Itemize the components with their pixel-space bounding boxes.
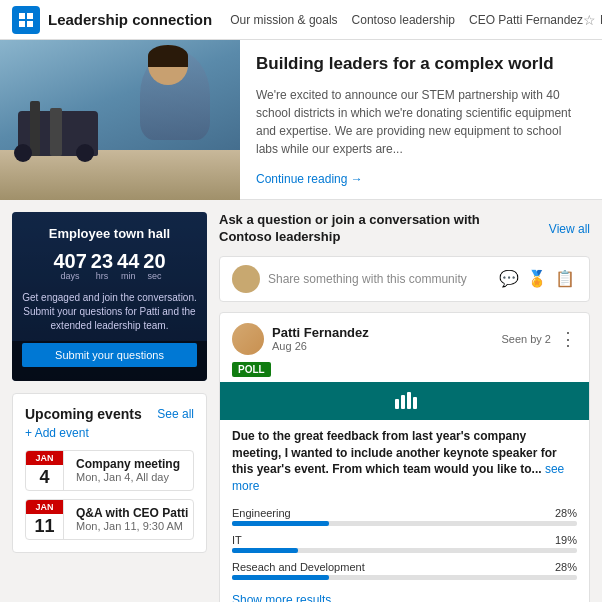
- hero-image: [0, 40, 240, 200]
- post-author-info: Patti Fernandez Aug 26: [272, 325, 493, 352]
- countdown-desc: Get engaged and join the conversation. S…: [22, 291, 197, 333]
- event-item[interactable]: JAN 4 Company meeting Mon, Jan 4, All da…: [25, 450, 194, 491]
- hero-title: Building leaders for a complex world: [256, 53, 586, 75]
- min-value: 44: [117, 251, 139, 271]
- poll-option-pct-2: 28%: [555, 561, 577, 573]
- countdown-hrs: 23 hrs: [91, 251, 113, 281]
- left-column: Employee town hall 407 days 23 hrs 44 mi…: [12, 212, 207, 553]
- header-nav: Our mission & goals Contoso leadership C…: [230, 13, 583, 27]
- days-label: days: [53, 271, 86, 281]
- nav-link-leadership[interactable]: Contoso leadership: [352, 13, 455, 27]
- countdown-sec: 20 sec: [143, 251, 165, 281]
- events-section: Upcoming events See all + Add event JAN …: [12, 393, 207, 553]
- header-title: Leadership connection: [48, 11, 212, 28]
- follow-button[interactable]: ☆ Not following: [583, 12, 602, 28]
- event-info-1: Company meeting Mon, Jan 4, All day: [72, 451, 184, 490]
- event-name-2: Q&A with CEO Patti: [76, 506, 188, 520]
- nav-link-ceo[interactable]: CEO Patti Fernandez: [469, 13, 583, 27]
- community-icons: 💬 🏅 📋: [497, 267, 577, 291]
- community-placeholder[interactable]: Share something with this community: [268, 272, 489, 286]
- poll-options: Engineering 28% IT 19% Reseach and Devel…: [220, 507, 589, 580]
- event-day-1: 4: [26, 465, 63, 490]
- show-more-results: Show more results: [220, 588, 589, 602]
- nav-link-mission[interactable]: Our mission & goals: [230, 13, 337, 27]
- community-post-box: Share something with this community 💬 🏅 …: [219, 256, 590, 302]
- poll-option-label-1: IT: [232, 534, 242, 546]
- post-date: Aug 26: [272, 340, 493, 352]
- countdown-card: Employee town hall 407 days 23 hrs 44 mi…: [12, 212, 207, 381]
- poll-bar-0: [232, 521, 329, 526]
- event-date-1: JAN 4: [26, 451, 64, 490]
- poll-question: Due to the great feedback from last year…: [220, 428, 589, 495]
- hrs-label: hrs: [91, 271, 113, 281]
- countdown-days: 407 days: [53, 251, 86, 281]
- event-item-2[interactable]: JAN 11 Q&A with CEO Patti Mon, Jan 11, 9…: [25, 499, 194, 540]
- header: Leadership connection Our mission & goal…: [0, 0, 602, 40]
- event-month-2: JAN: [26, 500, 63, 514]
- svg-rect-7: [413, 397, 417, 409]
- header-logo: [12, 6, 40, 34]
- event-time-1: Mon, Jan 4, All day: [76, 471, 180, 483]
- reward-icon[interactable]: 🏅: [525, 267, 549, 291]
- community-avatar: [232, 265, 260, 293]
- post-more-icon[interactable]: ⋮: [559, 328, 577, 350]
- submit-questions-button[interactable]: Submit your questions: [22, 343, 197, 367]
- add-event-button[interactable]: + Add event: [25, 426, 194, 440]
- poll-bar-bg-1: [232, 548, 577, 553]
- svg-rect-4: [395, 399, 399, 409]
- hero-content: Building leaders for a complex world We'…: [240, 40, 602, 199]
- svg-rect-0: [19, 13, 25, 19]
- svg-rect-2: [19, 21, 25, 27]
- poll-option-label-2: Reseach and Development: [232, 561, 365, 573]
- svg-rect-6: [407, 392, 411, 409]
- sec-value: 20: [143, 251, 165, 271]
- countdown-min: 44 min: [117, 251, 139, 281]
- countdown-numbers: 407 days 23 hrs 44 min 20 sec: [22, 251, 197, 281]
- poll-option-pct-1: 19%: [555, 534, 577, 546]
- poll-bar-1: [232, 548, 298, 553]
- event-time-2: Mon, Jan 11, 9:30 AM: [76, 520, 188, 532]
- poll-badge: POLL: [232, 362, 271, 377]
- sec-label: sec: [143, 271, 165, 281]
- event-name-1: Company meeting: [76, 457, 180, 471]
- poll-option-2: Reseach and Development 28%: [232, 561, 577, 580]
- post-card: Patti Fernandez Aug 26 Seen by 2 ⋮ POLL: [219, 312, 590, 602]
- event-month-1: JAN: [26, 451, 63, 465]
- poll-bar-bg-2: [232, 575, 577, 580]
- poll-bar-2: [232, 575, 329, 580]
- star-icon: ☆: [583, 12, 596, 28]
- community-view-all[interactable]: View all: [549, 222, 590, 236]
- svg-rect-5: [401, 395, 405, 409]
- countdown-title: Employee town hall: [22, 226, 197, 241]
- main-content: Employee town hall 407 days 23 hrs 44 mi…: [0, 200, 602, 602]
- chat-icon[interactable]: 💬: [497, 267, 521, 291]
- poll-option-label-0: Engineering: [232, 507, 291, 519]
- hero-section: Building leaders for a complex world We'…: [0, 40, 602, 200]
- community-title: Ask a question or join a conversation wi…: [219, 212, 519, 246]
- poll-option-0: Engineering 28%: [232, 507, 577, 526]
- poll-option-pct-0: 28%: [555, 507, 577, 519]
- events-see-all[interactable]: See all: [157, 407, 194, 421]
- min-label: min: [117, 271, 139, 281]
- hero-body: We're excited to announce our STEM partn…: [256, 86, 586, 158]
- event-date-2: JAN 11: [26, 500, 64, 539]
- days-value: 407: [53, 251, 86, 271]
- poll-icon-bar: [220, 382, 589, 420]
- event-day-2: 11: [26, 514, 63, 539]
- list-icon[interactable]: 📋: [553, 267, 577, 291]
- events-title: Upcoming events: [25, 406, 142, 422]
- hero-continue-link[interactable]: Continue reading →: [256, 172, 586, 186]
- svg-rect-3: [27, 21, 33, 27]
- seen-badge: Seen by 2: [501, 333, 551, 345]
- hrs-value: 23: [91, 251, 113, 271]
- post-avatar: [232, 323, 264, 355]
- right-column: Ask a question or join a conversation wi…: [219, 212, 590, 602]
- show-more-link[interactable]: Show more results: [232, 593, 331, 602]
- post-author-name: Patti Fernandez: [272, 325, 493, 340]
- poll-bar-bg-0: [232, 521, 577, 526]
- event-info-2: Q&A with CEO Patti Mon, Jan 11, 9:30 AM: [72, 500, 192, 539]
- poll-option-1: IT 19%: [232, 534, 577, 553]
- svg-rect-1: [27, 13, 33, 19]
